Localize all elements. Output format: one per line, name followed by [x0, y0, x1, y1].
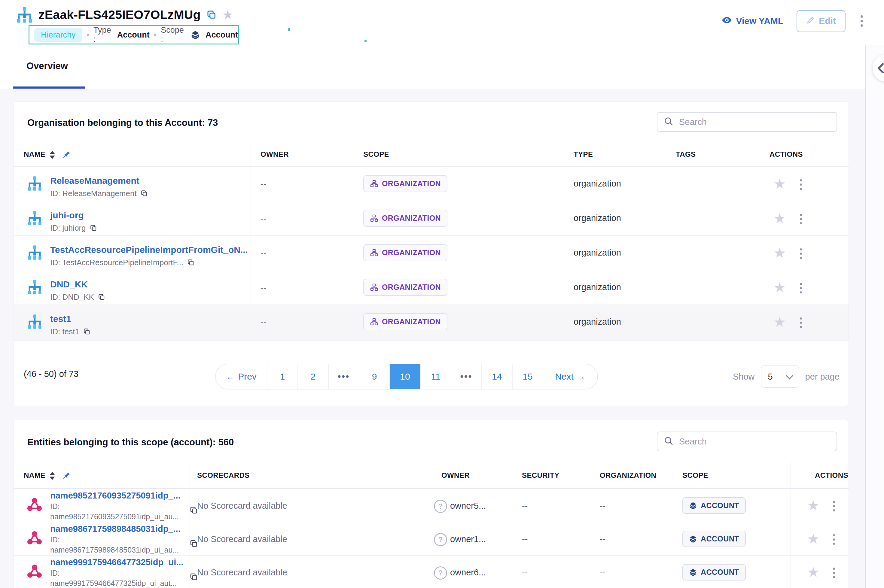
favorite-star-icon[interactable]: ★	[773, 280, 786, 294]
organisations-section-title: Organisation belonging to this Account: …	[27, 117, 218, 128]
scope-badge: ACCOUNT	[683, 497, 746, 514]
table-row[interactable]: DND_KK ID: DND_KK -- ORGANIZATION organi…	[14, 270, 849, 304]
organization-name-link[interactable]: TestAccResourcePipelineImportFromGit_oN.…	[50, 245, 248, 255]
page-button-15[interactable]: 15	[512, 364, 543, 389]
tab-overview[interactable]: Overview	[26, 61, 68, 72]
entities-search[interactable]	[657, 432, 837, 452]
owner-value: --	[260, 248, 266, 258]
entity-meta-highlight-box: Hierarchy • Type : Account • Scope : Acc…	[29, 25, 239, 45]
favorite-star-icon[interactable]: ★	[773, 177, 786, 191]
copy-icon[interactable]	[206, 9, 217, 20]
type-value: organization	[574, 282, 621, 292]
page-button-2[interactable]: 2	[298, 364, 328, 389]
copy-icon[interactable]	[90, 224, 97, 232]
table-row[interactable]: juhi-org ID: juhiorg -- ORGANIZATION org…	[14, 201, 849, 236]
tab-bar: Overview	[0, 45, 865, 88]
table-row[interactable]: TestAccResourcePipelineImportFromGit_oN.…	[14, 236, 849, 270]
organization-name-link[interactable]: ReleaseManagement	[50, 176, 140, 186]
table-row[interactable]: test1 ID: test1 -- ORGANIZATION organiza…	[14, 304, 849, 340]
owner-unknown-icon: ?	[434, 500, 447, 513]
prev-page-button[interactable]: ←Prev	[216, 364, 267, 389]
scope-badge: ORGANIZATION	[363, 244, 447, 261]
copy-icon[interactable]	[83, 328, 91, 336]
page-button-14[interactable]: 14	[481, 364, 512, 389]
owner-unknown-icon: ?	[434, 566, 447, 580]
active-tab-underline	[13, 87, 85, 88]
entity-name-link[interactable]: name98671759898485031idp_...	[50, 524, 180, 534]
type-value: Account	[117, 30, 150, 40]
type-value: organization	[574, 213, 621, 223]
organization-hierarchy-icon	[27, 210, 42, 227]
table-row[interactable]: name98521760935275091idp_... ID: name985…	[14, 489, 849, 522]
column-security: SECURITY	[522, 471, 559, 480]
hierarchy-icon	[16, 6, 33, 23]
page-size-select[interactable]: 5	[761, 366, 799, 388]
entity-name-link[interactable]: name9991759466477325idp_ui...	[50, 557, 183, 567]
organization-name-link[interactable]: test1	[50, 314, 71, 324]
account-layers-icon	[689, 501, 697, 510]
row-menu-icon[interactable]	[832, 533, 836, 546]
favorite-star-icon[interactable]: ★	[807, 532, 819, 546]
column-type: TYPE	[574, 150, 593, 159]
hierarchy-badge: Hierarchy	[34, 28, 82, 42]
row-menu-icon[interactable]	[799, 178, 803, 191]
favorite-star-icon[interactable]: ★	[773, 315, 786, 329]
collapse-panel-button[interactable]	[873, 55, 884, 82]
search-icon	[663, 436, 674, 447]
page-button-1[interactable]: 1	[267, 364, 298, 389]
copy-icon[interactable]	[187, 259, 195, 266]
owner-value: --	[260, 214, 266, 224]
owner-value: owner1...	[450, 534, 486, 544]
favorite-star-icon[interactable]: ★	[223, 9, 233, 21]
row-menu-icon[interactable]	[799, 316, 803, 329]
organisations-search[interactable]	[657, 112, 837, 132]
table-row[interactable]: ReleaseManagement ID: ReleaseManagement …	[14, 166, 849, 201]
page-button-9[interactable]: 9	[359, 364, 389, 389]
row-menu-icon[interactable]	[799, 213, 803, 225]
row-menu-icon[interactable]	[832, 500, 836, 513]
page-button-11[interactable]: 11	[420, 364, 451, 389]
entity-id-label: ID:	[50, 502, 60, 511]
scorecards-value: No Scorecard available	[197, 501, 287, 511]
view-yaml-button[interactable]: View YAML	[722, 15, 783, 28]
column-name[interactable]: NAME	[24, 150, 71, 159]
show-label: Show	[733, 372, 755, 382]
column-name[interactable]: NAME	[24, 471, 71, 480]
pin-icon[interactable]	[62, 471, 71, 480]
entity-id: name98671759898485031idp_ui_au...	[50, 546, 179, 554]
favorite-star-icon[interactable]: ★	[807, 498, 819, 512]
row-menu-icon[interactable]	[799, 282, 803, 295]
entities-table-header: NAME SCORECARDS OWNER SECURITY ORGANIZAT…	[14, 462, 849, 489]
table-row[interactable]: name9991759466477325idp_ui... ID: name99…	[14, 555, 849, 588]
copy-icon[interactable]	[98, 293, 105, 301]
row-menu-icon[interactable]	[832, 566, 836, 579]
search-input[interactable]	[678, 117, 824, 128]
type-label: Type :	[93, 26, 113, 44]
organization-hierarchy-icon	[27, 314, 42, 331]
column-actions: ACTIONS	[815, 471, 848, 480]
organization-name-link[interactable]: DND_KK	[50, 279, 88, 290]
entity-name-link[interactable]: name98521760935275091idp_...	[50, 491, 180, 501]
next-page-button[interactable]: Next→	[543, 364, 597, 389]
organization-hierarchy-icon	[27, 279, 42, 296]
row-menu-icon[interactable]	[799, 247, 803, 260]
page-button-10-active[interactable]: 10	[389, 364, 420, 389]
column-tags: TAGS	[676, 150, 696, 159]
favorite-star-icon[interactable]: ★	[773, 212, 786, 225]
sort-icon[interactable]	[50, 472, 55, 480]
sort-icon[interactable]	[50, 151, 55, 159]
favorite-star-icon[interactable]: ★	[773, 246, 786, 260]
organization-name-link[interactable]: juhi-org	[50, 210, 84, 220]
organization-icon	[370, 214, 378, 222]
organisations-card: Organisation belonging to this Account: …	[14, 102, 849, 406]
organization-hierarchy-icon	[27, 176, 42, 192]
pin-icon[interactable]	[62, 150, 71, 159]
entity-id-label: ID:	[50, 569, 60, 578]
header-menu-icon[interactable]	[859, 14, 865, 28]
copy-icon[interactable]	[140, 189, 148, 197]
edit-button[interactable]: Edit	[797, 10, 845, 32]
search-input[interactable]	[678, 436, 824, 447]
table-row[interactable]: name98671759898485031idp_... ID: name986…	[14, 522, 849, 555]
favorite-star-icon[interactable]: ★	[807, 565, 819, 579]
page-ellipsis: •••	[328, 364, 359, 389]
